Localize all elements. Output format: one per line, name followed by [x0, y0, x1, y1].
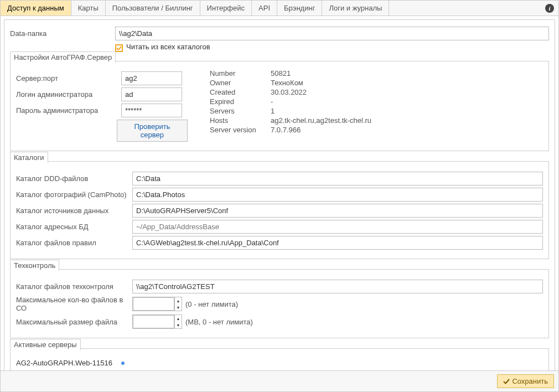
server-port-label: Сервер:порт — [16, 74, 121, 82]
check-icon — [116, 45, 122, 51]
footer: Сохранить — [1, 370, 558, 391]
rules-input[interactable] — [132, 236, 543, 250]
active-server-name: AG2-AutoGRAPH.Web-11516 — [16, 359, 121, 367]
max-files-spinner[interactable]: ▲ ▼ — [132, 297, 182, 311]
info-number-value: 50821 — [271, 69, 371, 78]
tab-branding[interactable]: Брэндинг — [277, 1, 322, 16]
tab-maps[interactable]: Карты — [71, 1, 106, 16]
ddd-label: Каталог DDD-файлов — [16, 174, 132, 183]
tab-bar: Доступ к данным Карты Пользователи / Бил… — [1, 1, 558, 16]
max-files-input[interactable] — [133, 297, 174, 311]
admin-pass-label: Пароль администратора — [16, 106, 121, 115]
tab-data-access[interactable]: Доступ к данным — [1, 1, 71, 16]
spinner-up-icon[interactable]: ▲ — [175, 315, 182, 322]
server-info-grid: Number 50821 Owner ТехноКом Created 30.0… — [210, 69, 371, 134]
check-server-button[interactable]: Проверить сервер — [117, 120, 188, 142]
info-icon[interactable]: i — [545, 4, 554, 13]
max-files-hint: (0 - нет лимита) — [185, 300, 238, 308]
info-expired-value: - — [271, 97, 371, 106]
tech-legend: Техконтроль — [10, 260, 59, 271]
addr-input[interactable] — [132, 220, 543, 234]
server-port-input[interactable] — [121, 71, 182, 85]
tech-fieldset: Техконтроль Каталог файлов техконтроля М… — [10, 269, 549, 338]
info-created-value: 30.03.2022 — [271, 88, 371, 96]
info-servers-label: Servers — [210, 107, 265, 115]
server-settings-fieldset: Настройки АвтоГРАФ.Сервер Сервер:порт Ло… — [10, 61, 549, 151]
info-number-label: Number — [210, 69, 265, 78]
max-size-input[interactable] — [133, 315, 174, 328]
spinner-down-icon[interactable]: ▼ — [175, 304, 182, 311]
check-icon — [503, 378, 510, 385]
info-hosts-value: ag2.tk-chel.ru,ag2test.tk-chel.ru — [271, 116, 371, 125]
tech-dir-label: Каталог файлов техконтроля — [16, 282, 132, 291]
max-size-hint: (MB, 0 - нет лимита) — [185, 318, 253, 326]
datasrc-label: Каталог источников данных — [16, 207, 132, 215]
info-owner-value: ТехноКом — [271, 79, 371, 87]
read-all-checkbox[interactable] — [115, 44, 123, 52]
catalogs-legend: Каталоги — [10, 152, 48, 163]
info-expired-label: Expired — [210, 97, 265, 106]
catalogs-fieldset: Каталоги Каталог DDD-файлов Каталог фото… — [10, 161, 549, 259]
admin-login-label: Логин администратора — [16, 90, 121, 99]
info-created-label: Created — [210, 88, 265, 96]
rules-label: Каталог файлов правил — [16, 239, 132, 247]
save-button-label: Сохранить — [512, 377, 548, 385]
info-owner-label: Owner — [210, 79, 265, 87]
admin-login-input[interactable] — [121, 87, 182, 101]
datasrc-input[interactable] — [132, 204, 543, 218]
info-sv-label: Server version — [210, 126, 265, 134]
info-sv-value: 7.0.7.966 — [271, 126, 371, 134]
tab-logs[interactable]: Логи и журналы — [322, 1, 389, 16]
ddd-input[interactable] — [132, 172, 543, 185]
tech-dir-input[interactable] — [132, 280, 543, 293]
server-settings-legend: Настройки АвтоГРАФ.Сервер — [10, 51, 116, 63]
max-files-label: Максимальное кол-во файлов в СО — [16, 296, 132, 312]
info-hosts-label: Hosts — [210, 116, 265, 125]
read-all-label: Читать из всех каталогов — [126, 43, 210, 51]
tab-api[interactable]: API — [252, 1, 277, 16]
data-folder-input[interactable] — [115, 27, 549, 40]
active-servers-fieldset: Активные серверы AG2-AutoGRAPH.Web-11516 — [10, 348, 549, 370]
save-button[interactable]: Сохранить — [497, 374, 554, 388]
info-servers-value: 1 — [271, 107, 371, 115]
active-servers-legend: Активные серверы — [10, 339, 81, 350]
max-size-label: Максимальный размер файла — [16, 318, 132, 326]
max-size-spinner[interactable]: ▲ ▼ — [132, 314, 182, 329]
tab-interface[interactable]: Интерфейс — [200, 1, 252, 16]
spinner-up-icon[interactable]: ▲ — [175, 297, 182, 304]
admin-pass-input[interactable] — [121, 104, 182, 117]
status-dot-icon — [121, 362, 125, 365]
spinner-down-icon[interactable]: ▼ — [175, 322, 182, 328]
photo-label: Каталог фотографий (CamPhoto) — [16, 190, 132, 199]
data-folder-label: Data-папка — [10, 29, 115, 38]
photo-input[interactable] — [132, 188, 543, 202]
addr-label: Каталог адресных БД — [16, 223, 132, 231]
active-server-item: AG2-AutoGRAPH.Web-11516 — [16, 359, 543, 367]
tab-users-billing[interactable]: Пользователи / Биллинг — [106, 1, 200, 16]
